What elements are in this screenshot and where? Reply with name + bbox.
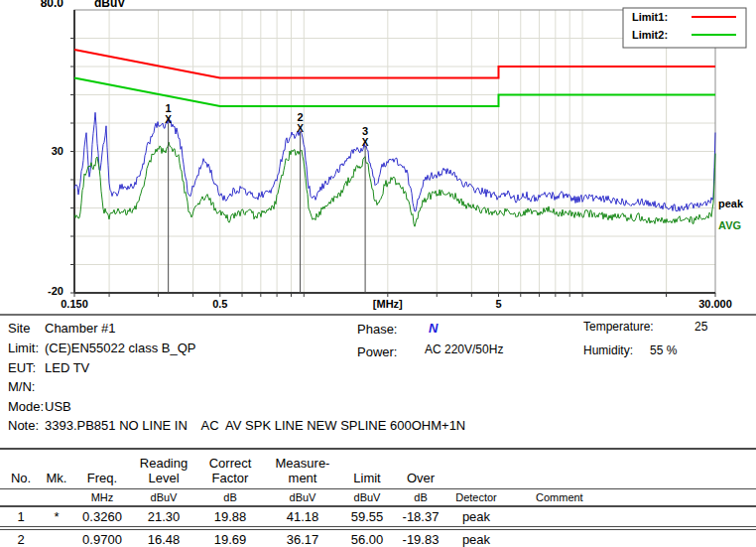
x-tick-label: 5 [495, 298, 501, 310]
humidity-value: 55 % [650, 343, 677, 357]
limit-value: (CE)EN55022 class B_QP [45, 341, 195, 355]
marker-x-3: X [362, 137, 369, 148]
info-divider [0, 314, 756, 316]
temperature-label: Temperature: [583, 320, 654, 334]
marker-number-2: 2 [298, 111, 304, 123]
test-info-section: SiteChamber #1 Limit:(CE)EN55022 class B… [0, 317, 756, 447]
power-label: Power: [357, 344, 397, 359]
column-unit [665, 489, 756, 507]
spectrum-plot: X1X2X330-2080.0dBuV0.1500.5[MHz]530.000p… [0, 0, 756, 315]
results-table-wrap: No.Mk.Freq.Reading LevelCorrect FactorMe… [0, 448, 756, 547]
emi-test-report: X1X2X330-2080.0dBuV0.1500.5[MHz]530.000p… [0, 0, 756, 547]
column-unit: Comment [506, 489, 665, 507]
y-axis-unit-label: dBuV [94, 0, 125, 10]
legend-label-1: Limit1: [632, 11, 668, 23]
table-cell: peak [446, 506, 506, 528]
info-eut: EUT:LED TV [8, 360, 89, 375]
table-units-row: MHzdBuVdBdBuVdBuVdBDetectorComment [0, 489, 756, 507]
column-header: Mk. [42, 449, 71, 489]
trace-avg [74, 142, 715, 226]
column-header: Correct Factor [194, 449, 266, 489]
table-row: 20.970016.4819.6936.1756.00-19.83peak [0, 528, 756, 547]
table-cell [665, 506, 756, 528]
x-tick-label: 0.5 [212, 298, 227, 310]
y-tick-label-minus20: -20 [48, 285, 63, 297]
table-cell: 0.9700 [71, 528, 133, 547]
column-header: Over [395, 449, 446, 489]
avg-trace-label: AVG [718, 219, 741, 231]
limit-label: Limit: [8, 341, 45, 355]
column-header: Measure- ment [266, 449, 339, 489]
marker-number-3: 3 [362, 125, 368, 137]
table-cell [665, 528, 756, 547]
limit-line-limit1 [74, 50, 715, 78]
x-tick-label: [MHz] [373, 298, 403, 310]
table-cell: -18.37 [395, 506, 446, 528]
table-cell: 21.30 [133, 506, 194, 528]
column-header [506, 449, 665, 489]
column-header: Limit [339, 449, 395, 489]
table-cell [506, 528, 665, 547]
y-axis-top-label: 80.0 [41, 0, 64, 10]
column-unit: MHz [71, 489, 133, 507]
legend-label-2: Limit2: [632, 29, 668, 41]
mode-label: Mode: [8, 399, 45, 414]
column-unit: dBuV [133, 489, 194, 507]
power-value: AC 220V/50Hz [425, 342, 503, 356]
table-cell: 19.88 [194, 506, 266, 528]
eut-label: EUT: [8, 360, 45, 375]
info-note: Note:3393.PB851 NO LINE IN AC AV SPK LIN… [8, 418, 465, 433]
trace-peak [74, 112, 715, 211]
x-tick-label: 30.000 [698, 298, 732, 310]
table-cell: 0.3260 [71, 506, 133, 528]
marker-x-1: X [165, 114, 172, 125]
eut-value: LED TV [45, 360, 89, 375]
mn-label: M/N: [8, 379, 45, 394]
peak-trace-label: peak [718, 198, 744, 209]
mode-value: USB [45, 399, 71, 414]
info-site: SiteChamber #1 [8, 321, 116, 336]
note-value: 3393.PB851 NO LINE IN AC AV SPK LINE NEW… [45, 418, 465, 433]
marker-number-1: 1 [166, 102, 172, 114]
table-row: 1*0.326021.3019.8841.1859.55-18.37peak [0, 506, 756, 528]
results-table: No.Mk.Freq.Reading LevelCorrect FactorMe… [0, 448, 756, 547]
column-header [446, 449, 506, 489]
table-cell: 59.55 [339, 506, 395, 528]
column-unit: dBuV [266, 489, 339, 507]
table-cell: 2 [0, 528, 42, 547]
column-unit: dB [395, 489, 446, 507]
table-cell: 36.17 [266, 528, 339, 547]
marker-x-2: X [297, 123, 304, 134]
humidity-label: Humidity: [583, 343, 633, 357]
table-header-row: No.Mk.Freq.Reading LevelCorrect FactorMe… [0, 449, 756, 489]
phase-label: Phase: [357, 322, 397, 337]
table-cell [42, 528, 71, 547]
column-unit [0, 489, 42, 507]
column-header [665, 449, 756, 489]
column-unit: dB [194, 489, 266, 507]
results-table-body: MHzdBuVdBdBuVdBuVdBDetectorComment1*0.32… [0, 489, 756, 547]
column-unit: dBuV [339, 489, 395, 507]
column-header: Reading Level [133, 449, 194, 489]
column-header: No. [0, 449, 42, 489]
table-cell [506, 506, 665, 528]
info-limit: Limit:(CE)EN55022 class B_QP [8, 341, 195, 355]
note-label: Note: [8, 418, 45, 433]
results-table-head: No.Mk.Freq.Reading LevelCorrect FactorMe… [0, 449, 756, 489]
table-cell: 16.48 [133, 528, 194, 547]
table-cell: 41.18 [266, 506, 339, 528]
table-cell: 19.69 [194, 528, 266, 547]
phase-value: N [429, 321, 438, 336]
table-cell: * [42, 506, 71, 528]
site-value: Chamber #1 [45, 321, 116, 336]
temperature-value: 25 [694, 320, 707, 334]
x-tick-label: 0.150 [61, 298, 88, 310]
column-header: Freq. [71, 449, 133, 489]
y-tick-label-30: 30 [52, 145, 63, 157]
column-unit: Detector [446, 489, 506, 507]
column-unit [42, 489, 71, 507]
site-label: Site [8, 321, 45, 336]
table-cell: peak [446, 528, 506, 547]
info-mn: M/N: [8, 379, 45, 394]
table-cell: 56.00 [339, 528, 395, 547]
